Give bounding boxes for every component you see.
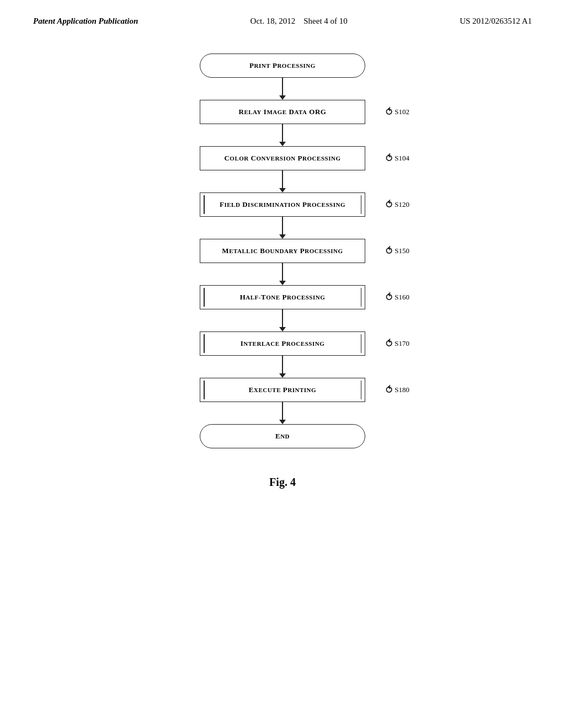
arrow-3 — [279, 170, 286, 192]
arrow-head-6 — [279, 327, 286, 331]
step-num-relay: S102 — [395, 108, 409, 116]
arrow-1 — [279, 78, 286, 100]
curve-icon-4: ⥀ — [386, 246, 392, 256]
label-metallic-boundary: METALLIC BOUNDARY PROCESSING — [222, 247, 343, 255]
arrow-7 — [279, 356, 286, 378]
node-color-conversion: COLOR CONVERSION PROCESSING ⥀ S104 — [200, 146, 365, 170]
node-end: END — [200, 424, 365, 448]
header-date: Oct. 18, 2012 — [250, 17, 296, 25]
step-num-interlace: S170 — [395, 339, 409, 348]
curve-icon-3: ⥀ — [386, 200, 392, 210]
header: Patent Application Publication Oct. 18, … — [0, 0, 565, 31]
arrow-line-1 — [282, 78, 283, 95]
label-half-tone: HALF-TONE PROCESSING — [240, 293, 326, 302]
arrow-head-3 — [279, 188, 286, 192]
arrow-head-1 — [279, 95, 286, 100]
box-metallic-boundary: METALLIC BOUNDARY PROCESSING — [200, 239, 365, 263]
arrow-line-3 — [282, 170, 283, 188]
node-execute-printing: EXECUTE PRINTING ⥀ S180 — [200, 378, 365, 402]
step-metallic-boundary: ⥀ S150 — [386, 246, 409, 256]
curve-icon-2: ⥀ — [386, 153, 392, 163]
box-print-processing: PRINT PROCESSING — [200, 53, 365, 78]
node-half-tone: HALF-TONE PROCESSING ⥀ S160 — [200, 285, 365, 309]
arrow-line-5 — [282, 263, 283, 281]
step-field-discrimination: ⥀ S120 — [386, 200, 409, 210]
node-print-processing: PRINT PROCESSING — [200, 53, 365, 78]
step-num-color: S104 — [395, 154, 409, 163]
step-relay-image: ⥀ S102 — [386, 107, 409, 117]
step-num-metallic: S150 — [395, 247, 409, 255]
flowchart: PRINT PROCESSING RELAY IMAGE DATA ORG ⥀ … — [0, 31, 565, 459]
step-num-execute: S180 — [395, 386, 409, 394]
label-end: END — [275, 432, 290, 441]
step-color-conversion: ⥀ S104 — [386, 153, 409, 163]
label-interlace: INTERLACE PROCESSING — [241, 339, 325, 348]
arrow-2 — [279, 124, 286, 146]
arrow-head-8 — [279, 420, 286, 424]
step-interlace: ⥀ S170 — [386, 339, 409, 349]
header-sheet: Sheet 4 of 10 — [303, 17, 348, 25]
label-field-discrimination: FIELD DISCRIMINATION PROCESSING — [220, 200, 345, 209]
header-publication-label: Patent Application Publication — [33, 17, 138, 26]
label-relay-image: RELAY IMAGE DATA ORG — [238, 108, 326, 116]
arrow-head-4 — [279, 234, 286, 239]
box-field-discrimination: FIELD DISCRIMINATION PROCESSING — [200, 192, 365, 217]
arrow-head-2 — [279, 142, 286, 146]
step-num-field: S120 — [395, 200, 409, 209]
node-interlace: INTERLACE PROCESSING ⥀ S170 — [200, 331, 365, 356]
arrow-4 — [279, 217, 286, 239]
box-color-conversion: COLOR CONVERSION PROCESSING — [200, 146, 365, 170]
arrow-line-2 — [282, 124, 283, 142]
arrow-head-5 — [279, 281, 286, 285]
label-print-processing: PRINT PROCESSING — [249, 61, 316, 70]
header-date-sheet: Oct. 18, 2012 Sheet 4 of 10 — [250, 17, 348, 26]
arrow-5 — [279, 263, 286, 285]
arrow-line-4 — [282, 217, 283, 234]
step-num-halftone: S160 — [395, 293, 409, 302]
figure-label: Fig. 4 — [0, 476, 565, 489]
arrow-line-7 — [282, 356, 283, 373]
box-relay-image: RELAY IMAGE DATA ORG — [200, 100, 365, 124]
arrow-line-6 — [282, 309, 283, 327]
arrow-6 — [279, 309, 286, 331]
box-half-tone: HALF-TONE PROCESSING — [200, 285, 365, 309]
curve-icon-1: ⥀ — [386, 107, 392, 117]
arrow-head-7 — [279, 373, 286, 378]
curve-icon-7: ⥀ — [386, 385, 392, 395]
node-field-discrimination: FIELD DISCRIMINATION PROCESSING ⥀ S120 — [200, 192, 365, 217]
step-half-tone: ⥀ S160 — [386, 292, 409, 302]
arrow-line-8 — [282, 402, 283, 420]
step-execute-printing: ⥀ S180 — [386, 385, 409, 395]
label-execute-printing: EXECUTE PRINTING — [249, 386, 316, 394]
label-color-conversion: COLOR CONVERSION PROCESSING — [224, 154, 340, 163]
box-interlace: INTERLACE PROCESSING — [200, 331, 365, 356]
node-metallic-boundary: METALLIC BOUNDARY PROCESSING ⥀ S150 — [200, 239, 365, 263]
arrow-8 — [279, 402, 286, 424]
page: Patent Application Publication Oct. 18, … — [0, 0, 565, 728]
node-relay-image: RELAY IMAGE DATA ORG ⥀ S102 — [200, 100, 365, 124]
curve-icon-6: ⥀ — [386, 339, 392, 349]
box-execute-printing: EXECUTE PRINTING — [200, 378, 365, 402]
curve-icon-5: ⥀ — [386, 292, 392, 302]
box-end: END — [200, 424, 365, 448]
header-patent-number: US 2012/0263512 A1 — [460, 17, 532, 26]
